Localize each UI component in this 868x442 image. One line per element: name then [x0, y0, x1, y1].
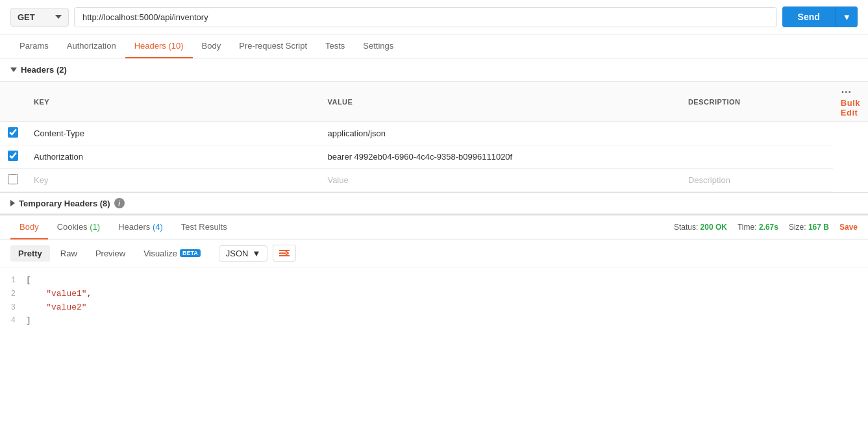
table-row: Authorization bearer 4992eb04-6960-4c4c-… [0, 145, 868, 169]
placeholder-checkbox[interactable] [8, 174, 18, 184]
col-actions: ⋯ Bulk Edit [833, 82, 868, 122]
fmt-tab-raw[interactable]: Raw [53, 245, 85, 262]
json-format-selector[interactable]: JSON ▼ [219, 245, 268, 262]
row2-key[interactable]: Authorization [26, 145, 319, 169]
placeholder-value[interactable]: Value [319, 169, 680, 192]
row2-description[interactable] [680, 145, 833, 169]
size-value: 167 B [808, 223, 829, 232]
tab-headers[interactable]: Headers (10) [125, 34, 193, 58]
headers-collapse-arrow-icon [10, 68, 17, 72]
code-content-3: "value2" [26, 301, 87, 315]
format-toolbar: Pretty Raw Preview Visualize BETA JSON ▼ [0, 239, 868, 267]
headers-section-title: Headers (2) [21, 65, 67, 75]
line-num-4: 4 [0, 315, 26, 327]
code-content-4: ] [26, 314, 31, 328]
line-num-1: 1 [0, 275, 26, 287]
response-tab-headers[interactable]: Headers (4) [109, 215, 172, 239]
code-area: 1 [ 2 "value1", 3 "value2" 4 ] [0, 267, 868, 334]
placeholder-key[interactable]: Key [26, 169, 319, 192]
row1-value[interactable]: application/json [319, 122, 680, 145]
wrap-icon [279, 249, 290, 258]
tab-authorization[interactable]: Authorization [58, 34, 125, 58]
row2-checkbox[interactable] [8, 151, 18, 161]
row1-description[interactable] [680, 122, 833, 145]
fmt-tab-preview[interactable]: Preview [88, 245, 133, 262]
col-value: VALUE [319, 82, 680, 122]
code-line-3: 3 "value2" [0, 301, 868, 315]
send-btn-group: Send ▼ [782, 6, 858, 27]
response-tabs-row: Body Cookies (1) Headers (4) Test Result… [0, 215, 868, 239]
method-chevron-icon [55, 15, 62, 19]
method-label: GET [18, 12, 35, 22]
row1-checkbox-cell [0, 122, 26, 145]
send-button[interactable]: Send [782, 6, 836, 27]
row1-key[interactable]: Content-Type [26, 122, 319, 145]
temp-headers-info-icon[interactable]: i [114, 198, 125, 208]
status-label: Status: 200 OK [674, 223, 727, 232]
col-key: KEY [26, 82, 319, 122]
code-string-value1: "value1" [46, 289, 86, 299]
method-selector[interactable]: GET [10, 8, 69, 27]
temp-headers-collapse-icon [10, 200, 15, 206]
response-tab-cookies[interactable]: Cookies (1) [48, 215, 110, 239]
tab-prerequest[interactable]: Pre-request Script [230, 34, 316, 58]
code-content-2: "value1", [26, 288, 92, 301]
save-response-button[interactable]: Save [839, 223, 858, 232]
headers-table: KEY VALUE DESCRIPTION ⋯ Bulk Edit Conten… [0, 81, 868, 192]
temp-headers-title: Temporary Headers (8) [19, 199, 110, 208]
time-value: 2.67s [759, 223, 778, 232]
send-dropdown-button[interactable]: ▼ [836, 6, 858, 27]
response-tab-test-results[interactable]: Test Results [172, 215, 236, 239]
json-format-chevron-icon: ▼ [252, 249, 260, 258]
status-value: 200 OK [701, 223, 727, 232]
tab-params[interactable]: Params [10, 34, 58, 58]
time-label: Time: 2.67s [738, 223, 778, 232]
send-dropdown-icon: ▼ [843, 12, 851, 22]
response-tab-body[interactable]: Body [10, 215, 48, 239]
code-line-1: 1 [ [0, 274, 868, 288]
tab-body[interactable]: Body [193, 34, 230, 58]
response-area: Body Cookies (1) Headers (4) Test Result… [0, 214, 868, 334]
bulk-edit-link[interactable]: Bulk Edit [841, 98, 860, 117]
table-row-placeholder: Key Value Description [0, 169, 868, 192]
col-description: DESCRIPTION [680, 82, 833, 122]
line-num-3: 3 [0, 302, 26, 314]
response-status: Status: 200 OK Time: 2.67s Size: 167 B S… [674, 223, 858, 232]
fmt-tab-pretty[interactable]: Pretty [10, 245, 50, 262]
wrap-button[interactable] [273, 245, 296, 262]
headers-section: Headers (2) KEY VALUE DESCRIPTION ⋯ Bulk… [0, 58, 868, 192]
tab-tests[interactable]: Tests [316, 34, 354, 58]
size-label: Size: 167 B [789, 223, 829, 232]
code-string-value2: "value2" [46, 302, 86, 312]
top-bar: GET Send ▼ [0, 0, 868, 34]
placeholder-description[interactable]: Description [680, 169, 833, 192]
row1-checkbox[interactable] [8, 127, 18, 138]
code-line-2: 2 "value1", [0, 288, 868, 301]
code-line-4: 4 ] [0, 314, 868, 328]
ellipsis-button[interactable]: ⋯ [841, 86, 852, 97]
row2-checkbox-cell [0, 145, 26, 169]
request-tabs: Params Authorization Headers (10) Body P… [0, 34, 868, 58]
line-num-2: 2 [0, 288, 26, 301]
row2-value[interactable]: bearer 4992eb04-6960-4c4c-9358-b09961110… [319, 145, 680, 169]
beta-badge: BETA [180, 249, 201, 257]
code-content-1: [ [26, 274, 31, 288]
headers-collapse-toggle[interactable]: Headers (2) [0, 58, 868, 81]
temp-headers-toggle[interactable]: Temporary Headers (8) i [0, 192, 868, 214]
url-input[interactable] [74, 7, 777, 27]
placeholder-checkbox-cell [0, 169, 26, 192]
table-row: Content-Type application/json [0, 122, 868, 145]
json-format-label: JSON [226, 249, 249, 258]
fmt-tab-visualize[interactable]: Visualize BETA [136, 245, 208, 262]
tab-settings[interactable]: Settings [354, 34, 403, 58]
